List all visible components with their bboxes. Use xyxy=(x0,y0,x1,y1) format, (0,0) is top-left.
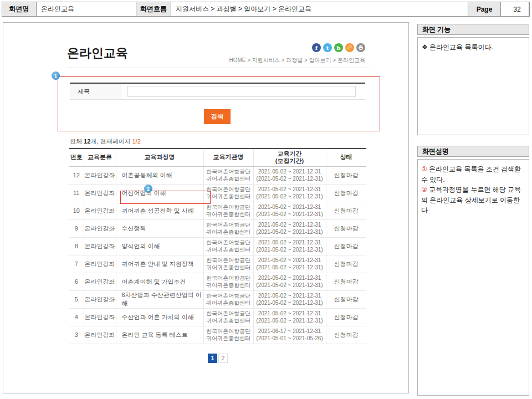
cell-status-badge: 신청마감 xyxy=(326,273,366,290)
cell-number: 10 xyxy=(69,202,84,219)
screen-name-label: 화면명 xyxy=(2,2,37,16)
cell-period: 2021-05-02 ~ 2021-12-31(2021-05-02 ~ 202… xyxy=(253,166,326,184)
table-row: 10 온라인강좌 귀어귀촌 성공전략 및 사례 한국어촌어항공단귀어귀촌종합센터… xyxy=(69,202,366,219)
table-row: 12 온라인강좌 어촌공동체의 이해 한국어촌어항공단귀어귀촌종합센터 2021… xyxy=(69,166,366,184)
header-category: 교육분류 xyxy=(84,149,116,166)
cell-status-badge: 신청마감 xyxy=(326,219,366,237)
cell-category: 온라인강좌 xyxy=(84,326,116,344)
course-table-body: 12 온라인강좌 어촌공동체의 이해 한국어촌어항공단귀어귀촌종합센터 2021… xyxy=(69,166,366,344)
cell-institution: 한국어촌어항공단귀어귀촌종합센터 xyxy=(203,290,253,308)
cell-period: 2021-05-02 ~ 2021-12-31(2021-05-02 ~ 202… xyxy=(253,255,326,273)
cell-institution: 한국어촌어항공단귀어귀촌종합센터 xyxy=(203,255,253,273)
cell-period: 2021-05-02 ~ 2021-12-31(2021-05-02 ~ 202… xyxy=(253,273,326,290)
annotation-badge-2: 2 xyxy=(144,185,152,193)
description-num-1: ① xyxy=(421,165,427,173)
cell-number: 11 xyxy=(69,184,84,202)
cell-course-name-link[interactable]: 귀어귀촌 성공전략 및 사례 xyxy=(116,202,203,219)
annotation-box-search xyxy=(58,76,380,131)
header-status: 상태 xyxy=(326,149,366,166)
cell-institution: 한국어촌어항공단귀어귀촌종합센터 xyxy=(203,308,253,326)
page-label: Page xyxy=(468,2,501,16)
summary-current-page: 1/2 xyxy=(132,138,140,145)
cell-course-name-link[interactable]: 귀어귀촌 안내 및 지원정책 xyxy=(116,255,203,273)
print-icon[interactable] xyxy=(356,43,365,52)
cell-course-name-link[interactable]: 어촌공동체의 이해 xyxy=(116,166,203,184)
cell-status-badge: 신청마감 xyxy=(326,202,366,219)
cell-category: 온라인강좌 xyxy=(84,166,116,184)
table-row: 8 온라인강좌 양식업의 이해 한국어촌어항공단귀어귀촌종합센터 2021-05… xyxy=(69,237,366,255)
cell-number: 6 xyxy=(69,273,84,290)
pagination: 1 2 xyxy=(69,354,366,363)
cell-number: 3 xyxy=(69,326,84,344)
screen-mock-panel: 온라인교육 f t b HOME > 지원서비스 > 과정별 > 알아보기 > … xyxy=(3,22,409,393)
pagination-page-2[interactable]: 2 xyxy=(218,354,228,363)
table-row: 9 온라인강좌 수산정책 한국어촌어항공단귀어귀촌종합센터 2021-05-02… xyxy=(69,219,366,237)
cell-institution: 한국어촌어항공단귀어귀촌종합센터 xyxy=(203,273,253,290)
cell-period: 2021-05-02 ~ 2021-12-31(2021-05-02 ~ 202… xyxy=(253,308,326,326)
header-institution: 교육기관명 xyxy=(203,149,253,166)
cell-status-badge: 신청마감 xyxy=(326,308,366,326)
cell-status-badge: 신청마감 xyxy=(326,166,366,184)
page-title: 온라인교육 xyxy=(67,45,128,62)
page-number: 32 xyxy=(501,2,529,16)
cell-period: 2021-05-02 ~ 2021-12-31(2021-05-02 ~ 202… xyxy=(253,184,326,202)
cell-course-name-link[interactable]: 양식업의 이해 xyxy=(116,237,203,255)
cell-period: 2021-05-02 ~ 2021-12-31(2021-05-02 ~ 202… xyxy=(253,237,326,255)
table-header-row: 번호 교육분류 교육과정명 교육기관명 교육기간 (모집기간) 상태 xyxy=(69,149,366,166)
description-item-1: ① 온라인교육 목록을 조건 검색할 수 있다. xyxy=(421,164,525,185)
cell-category: 온라인강좌 xyxy=(84,255,116,273)
cell-category: 온라인강좌 xyxy=(84,273,116,290)
cell-institution: 한국어촌어항공단귀어귀촌종합센터 xyxy=(203,237,253,255)
summary-total-count: 12 xyxy=(84,138,90,145)
table-row: 3 온라인강좌 온라인 교육 등록 테스트 한국어촌어항공단귀어귀촌종합센터 2… xyxy=(69,326,366,344)
cell-status-badge: 신청마감 xyxy=(326,237,366,255)
cell-institution: 한국어촌어항공단귀어귀촌종합센터 xyxy=(203,166,253,184)
screen-description-box: ① 온라인교육 목록을 조건 검색할 수 있다. ② 교육과정명을 누르면 해당… xyxy=(417,159,529,396)
header-number: 번호 xyxy=(69,149,84,166)
cell-category: 온라인강좌 xyxy=(84,290,116,308)
cell-category: 온라인강좌 xyxy=(84,184,116,202)
cell-course-name-link[interactable]: 온라인 교육 등록 테스트 xyxy=(116,326,203,344)
header-course-name: 교육과정명 xyxy=(116,149,203,166)
blog-icon[interactable]: b xyxy=(334,43,343,52)
title-divider xyxy=(67,68,370,68)
cell-number: 8 xyxy=(69,237,84,255)
cell-number: 9 xyxy=(69,219,84,237)
table-row: 11 온라인강좌 어선어업의 이해 한국어촌어항공단귀어귀촌종합센터 2021-… xyxy=(69,184,366,202)
pagination-page-1[interactable]: 1 xyxy=(208,354,217,363)
cell-course-name-link[interactable]: 어촌계이해 및 가입조건 xyxy=(116,273,203,290)
annotation-box-course xyxy=(120,191,211,204)
cell-institution: 한국어촌어항공단귀어귀촌종합센터 xyxy=(203,184,253,202)
cell-number: 5 xyxy=(69,290,84,308)
link-share-icon[interactable] xyxy=(345,43,354,52)
cell-status-badge: 신청마감 xyxy=(326,326,366,344)
annotation-badge-1: 1 xyxy=(52,71,60,80)
cell-category: 온라인강좌 xyxy=(84,237,116,255)
cell-category: 온라인강좌 xyxy=(84,219,116,237)
facebook-icon[interactable]: f xyxy=(312,43,321,52)
screen-description-header: 화면설명 xyxy=(417,146,529,157)
description-num-2: ② xyxy=(421,186,427,193)
screen-function-header: 화면 기능 xyxy=(417,24,529,35)
screen-function-text: ❖ 온라인교육 목록이다. xyxy=(422,43,525,52)
summary-prefix: 전체 xyxy=(70,138,84,145)
cell-course-name-link[interactable]: 수산업과 어촌 가치의 이해 xyxy=(116,308,203,326)
cell-period: 2021-05-02 ~ 2021-12-31(2021-05-02 ~ 202… xyxy=(253,202,326,219)
cell-institution: 한국어촌어항공단귀어귀촌종합센터 xyxy=(203,219,253,237)
cell-course-name-link[interactable]: 수산정책 xyxy=(116,219,203,237)
cell-period: 2021-05-02 ~ 2021-12-31(2021-05-02 ~ 202… xyxy=(253,219,326,237)
table-row: 4 온라인강좌 수산업과 어촌 가치의 이해 한국어촌어항공단귀어귀촌종합센터 … xyxy=(69,308,366,326)
table-row: 6 온라인강좌 어촌계이해 및 가입조건 한국어촌어항공단귀어귀촌종합센터 20… xyxy=(69,273,366,290)
document-header-bar: 화면명 온라인교육 화면흐름 지원서비스 > 과정별 > 알아보기 > 온라인교… xyxy=(2,2,530,17)
cell-institution: 한국어촌어항공단귀어귀촌종합센터 xyxy=(203,326,253,344)
twitter-icon[interactable]: t xyxy=(323,43,332,52)
cell-category: 온라인강좌 xyxy=(84,202,116,219)
cell-period: 2021-06-17 ~ 2021-12-31(2021-05-01 ~ 202… xyxy=(253,326,326,344)
screen-function-box: ❖ 온라인교육 목록이다. xyxy=(417,37,529,135)
description-item-2: ② 교육과정명을 누르면 해당 교육의 온라인교육 상세보기로 이동한다 xyxy=(421,185,525,216)
cell-period: 2021-05-02 ~ 2021-12-31(2021-05-02 ~ 202… xyxy=(253,290,326,308)
summary-middle: 개, 현재페이지 xyxy=(90,138,132,145)
course-table: 번호 교육분류 교육과정명 교육기관명 교육기간 (모집기간) 상태 12 온라… xyxy=(69,148,366,344)
cell-course-name-link[interactable]: 6차산업과 수산관련산업의 이해 xyxy=(116,290,203,308)
cell-number: 7 xyxy=(69,255,84,273)
